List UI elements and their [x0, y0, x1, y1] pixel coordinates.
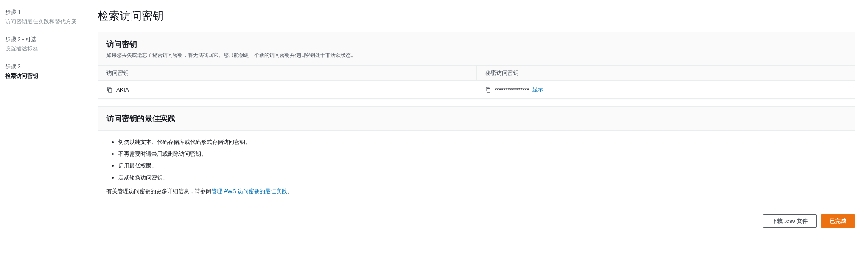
copy-icon[interactable]	[485, 87, 491, 93]
best-practices-body: 切勿以纯文本、代码存储库或代码形式存储访问密钥。 不再需要时请禁用或删除访问密钥…	[98, 131, 855, 203]
footer-prefix: 有关管理访问密钥的更多详细信息，请参阅	[106, 188, 211, 194]
step-title: 访问密钥最佳实践和替代方案	[5, 18, 92, 25]
step-label: 步骤 2 - 可选	[5, 36, 92, 43]
secret-key-masked: ****************	[495, 87, 529, 93]
best-practices-link[interactable]: 管理 AWS 访问密钥的最佳实践	[211, 188, 287, 194]
best-practices-list: 切勿以纯文本、代码存储库或代码形式存储访问密钥。 不再需要时请禁用或删除访问密钥…	[106, 138, 846, 182]
step-2[interactable]: 步骤 2 - 可选 设置描述标签	[5, 36, 92, 53]
best-practices-panel: 访问密钥的最佳实践 切勿以纯文本、代码存储库或代码形式存储访问密钥。 不再需要时…	[98, 106, 855, 203]
step-label: 步骤 3	[5, 63, 92, 70]
list-item: 定期轮换访问密钥。	[118, 174, 846, 182]
secret-key-header: 秘密访问密钥	[476, 66, 855, 80]
panel-header: 访问密钥的最佳实践	[98, 107, 855, 131]
page-title: 检索访问密钥	[98, 8, 855, 23]
best-practices-footer: 有关管理访问密钥的更多详细信息，请参阅管理 AWS 访问密钥的最佳实践。	[106, 188, 846, 195]
action-bar: 下载 .csv 文件 已完成	[98, 210, 855, 232]
key-headers-row: 访问密钥 秘密访问密钥	[98, 65, 855, 80]
footer-suffix: 。	[287, 188, 293, 194]
list-item: 不再需要时请禁用或删除访问密钥。	[118, 150, 846, 158]
list-item: 启用最低权限。	[118, 162, 846, 170]
step-title: 设置描述标签	[5, 45, 92, 53]
access-key-panel: 访问密钥 如果您丢失或遗忘了秘密访问密钥，将无法找回它。您只能创建一个新的访问密…	[98, 32, 855, 99]
panel-description: 如果您丢失或遗忘了秘密访问密钥，将无法找回它。您只能创建一个新的访问密钥并使旧密…	[106, 52, 846, 59]
copy-icon[interactable]	[106, 87, 113, 93]
panel-header: 访问密钥 如果您丢失或遗忘了秘密访问密钥，将无法找回它。您只能创建一个新的访问密…	[98, 32, 855, 65]
show-secret-link[interactable]: 显示	[532, 86, 543, 93]
access-key-cell: AKIA	[98, 81, 476, 98]
main-content: 检索访问密钥 访问密钥 如果您丢失或遗忘了秘密访问密钥，将无法找回它。您只能创建…	[98, 0, 868, 241]
step-label: 步骤 1	[5, 8, 92, 16]
step-3[interactable]: 步骤 3 检索访问密钥	[5, 63, 92, 80]
wizard-sidebar: 步骤 1 访问密钥最佳实践和替代方案 步骤 2 - 可选 设置描述标签 步骤 3…	[0, 0, 98, 241]
key-values-row: AKIA **************** 显示	[98, 80, 855, 99]
panel-title: 访问密钥	[106, 39, 846, 49]
done-button[interactable]: 已完成	[821, 214, 855, 228]
svg-rect-1	[487, 88, 490, 92]
secret-key-cell: **************** 显示	[476, 81, 855, 98]
step-title: 检索访问密钥	[5, 72, 92, 80]
list-item: 切勿以纯文本、代码存储库或代码形式存储访问密钥。	[118, 138, 846, 146]
panel-title: 访问密钥的最佳实践	[106, 113, 846, 123]
access-key-value: AKIA	[116, 87, 129, 93]
step-1[interactable]: 步骤 1 访问密钥最佳实践和替代方案	[5, 8, 92, 25]
svg-rect-0	[109, 88, 112, 92]
access-key-header: 访问密钥	[98, 66, 476, 80]
download-csv-button[interactable]: 下载 .csv 文件	[763, 214, 817, 228]
